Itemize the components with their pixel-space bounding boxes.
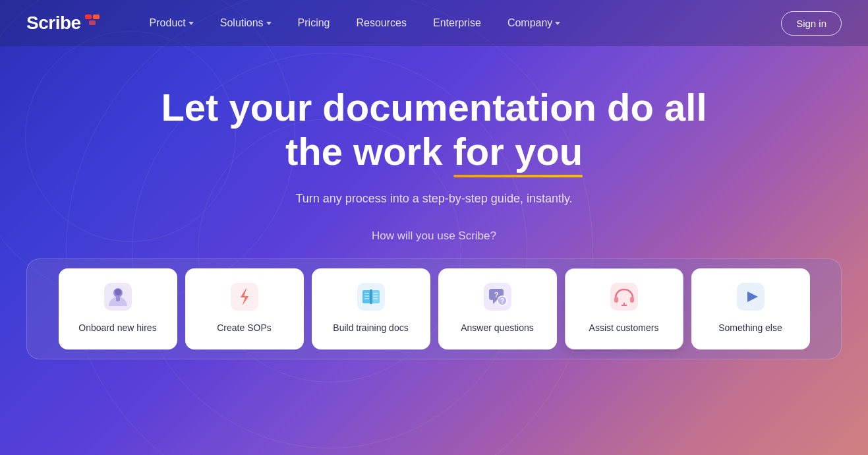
- sign-in-button[interactable]: Sign in: [781, 11, 842, 36]
- card-onboard-label: Onboard new hires: [78, 322, 156, 334]
- card-customers[interactable]: Assist customers: [565, 268, 683, 349]
- person-icon: [103, 282, 132, 311]
- card-sops[interactable]: Create SOPs: [185, 268, 304, 349]
- question-icon: ? ?: [483, 282, 512, 311]
- card-training[interactable]: Build training docs: [312, 268, 430, 349]
- logo-text: Scribe: [26, 13, 81, 34]
- card-questions-label: Answer questions: [461, 322, 534, 334]
- nav-right: Sign in: [781, 11, 842, 36]
- card-onboard[interactable]: Onboard new hires: [59, 268, 177, 349]
- svg-rect-27: [614, 297, 618, 303]
- chevron-down-icon: [188, 22, 194, 25]
- svg-rect-12: [372, 290, 380, 303]
- svg-text:?: ?: [494, 291, 498, 299]
- cards-container: Onboard new hires Create SOPs: [26, 258, 842, 359]
- svg-point-5: [115, 289, 121, 295]
- logo-mark-icon: [85, 15, 100, 26]
- svg-text:?: ?: [500, 297, 504, 305]
- svg-rect-2: [89, 20, 96, 25]
- hero-subtitle: Turn any process into a step-by-step gui…: [295, 192, 572, 206]
- card-else[interactable]: Something else: [691, 268, 810, 349]
- hero-title: Let your documentation do all the work f…: [161, 86, 707, 173]
- book-icon: [357, 282, 386, 311]
- card-training-label: Build training docs: [333, 322, 408, 334]
- card-else-label: Something else: [718, 322, 782, 334]
- nav-item-pricing[interactable]: Pricing: [287, 12, 341, 34]
- nav-links: Product Solutions Pricing Resources Ente…: [139, 12, 782, 34]
- chevron-down-icon: [555, 22, 560, 25]
- svg-rect-6: [116, 296, 120, 301]
- card-questions[interactable]: ? ? Answer questions: [438, 268, 557, 349]
- svg-rect-0: [85, 15, 92, 19]
- svg-rect-1: [93, 15, 100, 19]
- card-customers-label: Assist customers: [589, 322, 659, 334]
- use-question: How will you use Scribe?: [372, 229, 496, 243]
- cards-wrapper: Onboard new hires Create SOPs: [0, 258, 868, 359]
- lightning-icon: [230, 282, 259, 311]
- nav-item-solutions[interactable]: Solutions: [210, 12, 282, 34]
- nav-item-resources[interactable]: Resources: [345, 12, 417, 34]
- svg-rect-11: [362, 290, 370, 303]
- chevron-down-icon: [266, 22, 272, 25]
- svg-rect-28: [630, 297, 634, 303]
- navbar: Scribe Product Solutions Pricing Resourc…: [0, 0, 868, 46]
- hero-section: Let your documentation do all the work f…: [0, 46, 868, 243]
- card-sops-label: Create SOPs: [217, 322, 271, 334]
- svg-rect-26: [610, 283, 638, 311]
- logo[interactable]: Scribe: [26, 13, 100, 34]
- nav-item-company[interactable]: Company: [497, 12, 571, 34]
- nav-item-enterprise[interactable]: Enterprise: [422, 12, 492, 34]
- headset-icon: [610, 282, 639, 311]
- hero-highlight: for you: [453, 130, 583, 174]
- svg-rect-13: [370, 289, 372, 304]
- nav-item-product[interactable]: Product: [139, 12, 204, 34]
- play-icon: [736, 282, 765, 311]
